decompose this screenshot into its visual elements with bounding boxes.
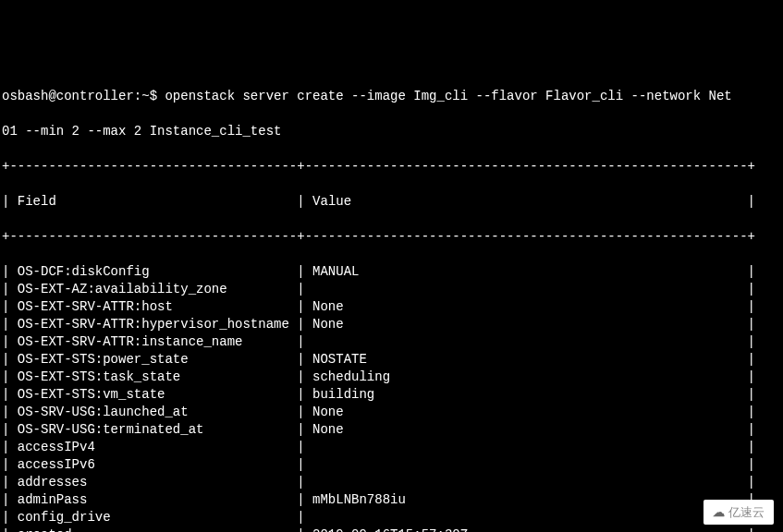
command-prompt-line1: osbash@controller:~$ openstack server cr… xyxy=(0,88,783,105)
table-row: | OS-EXT-STS:vm_state | building | xyxy=(0,386,783,404)
table-row: | adminPass | mMbLNBn788iu | xyxy=(0,491,783,509)
table-row: | accessIPv4 | | xyxy=(0,439,783,456)
watermark-badge: ☁ 亿速云 xyxy=(703,500,774,525)
table-row: | OS-EXT-SRV-ATTR:hypervisor_hostname | … xyxy=(0,316,783,333)
terminal-output: osbash@controller:~$ openstack server cr… xyxy=(0,70,783,532)
prompt-user-host: osbash@controller:~$ xyxy=(2,89,157,103)
table-row: | OS-EXT-STS:power_state | NOSTATE | xyxy=(0,351,783,369)
table-row: | OS-EXT-SRV-ATTR:instance_name | | xyxy=(0,333,783,351)
header-value: Value xyxy=(312,194,351,209)
table-row: | OS-SRV-USG:terminated_at | None | xyxy=(0,421,783,439)
table-row: | OS-EXT-SRV-ATTR:host | None | xyxy=(0,298,783,316)
table-row: | OS-EXT-AZ:availability_zone | | xyxy=(0,281,783,298)
watermark-text: 亿速云 xyxy=(728,503,765,521)
table-row: | addresses | | xyxy=(0,474,783,491)
table-row: | accessIPv6 | | xyxy=(0,456,783,474)
table-row: | OS-DCF:diskConfig | MANUAL | xyxy=(0,263,783,281)
cloud-icon: ☁ xyxy=(713,503,725,521)
table-row: | OS-EXT-STS:task_state | scheduling | xyxy=(0,369,783,386)
table-row: | OS-SRV-USG:launched_at | None | xyxy=(0,404,783,421)
header-field: Field xyxy=(18,194,56,209)
command-text-1: openstack server create --image Img_cli … xyxy=(165,89,731,103)
command-prompt-line2: 01 --min 2 --max 2 Instance_cli_test xyxy=(0,123,783,140)
table-border-mid: +-------------------------------------+-… xyxy=(0,228,783,246)
command-text-2: 01 --min 2 --max 2 Instance_cli_test xyxy=(2,124,281,139)
table-header-row: | Field | Value | xyxy=(0,193,783,211)
table-row: | created | 2019-09-16T15:57:30Z | xyxy=(0,526,783,532)
table-border-top: +-------------------------------------+-… xyxy=(0,158,783,175)
table-row: | config_drive | | xyxy=(0,509,783,526)
